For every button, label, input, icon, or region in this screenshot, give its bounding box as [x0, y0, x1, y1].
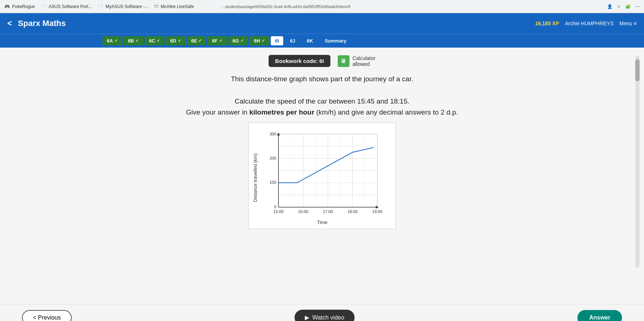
graph-svg: 0 100 200 300 15:00 16:00 17:00 18:00 19… — [260, 130, 385, 218]
tab-summary[interactable]: Summary — [319, 36, 351, 45]
browser-tab-myasus[interactable]: 📄 MyASUS Software -... — [98, 4, 148, 9]
scrollbar[interactable] — [635, 56, 640, 268]
svg-text:15:00: 15:00 — [273, 209, 284, 214]
menu-icon: ≡ — [634, 20, 637, 26]
y-axis-label: Distance travelled (km) — [252, 153, 258, 202]
url-bar: ...student/package/b556af32-3ca4-4cfb-a4… — [222, 4, 351, 9]
tab-6c[interactable]: 6C ✓ — [145, 36, 164, 45]
watch-video-button[interactable]: ▶ Watch video — [295, 310, 354, 321]
svg-text:18:00: 18:00 — [347, 209, 357, 214]
svg-text:16:00: 16:00 — [298, 209, 308, 214]
graph-container: Distance travelled (km) — [248, 123, 396, 229]
header-right: 16,185 XP Archie HUMPHREYS Menu ≡ — [535, 20, 637, 26]
svg-text:100: 100 — [269, 180, 276, 184]
svg-text:0: 0 — [274, 205, 276, 209]
star-icon[interactable]: ☆ — [617, 4, 621, 9]
tab-6i[interactable]: 6I — [271, 36, 284, 45]
user-name: Archie HUMPHREYS — [565, 20, 614, 26]
bookwork-code: Bookwork code: 6I — [269, 55, 330, 67]
answer-button[interactable]: Answer — [577, 310, 622, 321]
menu-button[interactable]: Menu ≡ — [619, 20, 637, 26]
calculator-allowed: 🖩 Calculator allowed — [338, 55, 375, 67]
tab-6h[interactable]: 6H ✓ — [250, 36, 269, 45]
video-icon: ▶ — [305, 314, 309, 321]
browser-bar: 🎮 PokeRogue 📄 ASUS Software Port... 📄 My… — [0, 0, 644, 13]
browser-icons: 👤 ☆ 🧩 ⋯ — [607, 4, 640, 9]
graph-inner: 0 100 200 300 15:00 16:00 17:00 18:00 19… — [260, 130, 385, 225]
previous-button[interactable]: < Previous — [22, 310, 72, 321]
tab-6b[interactable]: 6B ✓ — [124, 36, 143, 45]
app-title: Sparx Maths — [18, 19, 66, 28]
tab-6a[interactable]: 6A ✓ — [102, 36, 122, 45]
extensions-icon[interactable]: 🧩 — [625, 4, 631, 9]
nav-tabs: 6A ✓ 6B ✓ 6C ✓ 6D ✓ 6E ✓ 6F ✓ 6G ✓ 6H ✓ … — [0, 34, 644, 48]
svg-text:300: 300 — [269, 132, 276, 136]
calculator-sub: allowed — [352, 61, 375, 67]
tab-6j[interactable]: 6J — [285, 36, 300, 45]
app-header: < Sparx Maths 16,185 XP Archie HUMPHREYS… — [0, 13, 644, 34]
x-axis-label: Time — [317, 220, 327, 225]
scrollbar-thumb[interactable] — [635, 59, 640, 81]
svg-text:17:00: 17:00 — [323, 209, 333, 214]
tab-6e[interactable]: 6E ✓ — [187, 36, 206, 45]
tab-6f[interactable]: 6F ✓ — [207, 36, 226, 45]
more-icon[interactable]: ⋯ — [635, 4, 640, 9]
browser-tab-mcafee[interactable]: 🛡 McAfee LiveSafe — [154, 4, 194, 9]
tab-6d[interactable]: 6D ✓ — [166, 36, 186, 45]
browser-tab-pokerogue[interactable]: 🎮 PokeRogue — [4, 4, 35, 9]
question-line1: This distance-time graph shows part of t… — [186, 74, 458, 85]
xp-display: 16,185 XP — [535, 20, 559, 26]
tab-6k[interactable]: 6K — [302, 36, 318, 45]
question-text: This distance-time graph shows part of t… — [186, 74, 458, 118]
back-button[interactable]: < — [7, 19, 12, 28]
calculator-label: Calculator — [352, 55, 375, 61]
bookwork-bar: Bookwork code: 6I 🖩 Calculator allowed — [269, 55, 375, 67]
tab-6g[interactable]: 6G ✓ — [228, 36, 248, 45]
svg-text:19:00: 19:00 — [372, 209, 382, 214]
svg-text:200: 200 — [269, 156, 276, 160]
profile-icon[interactable]: 👤 — [607, 4, 613, 9]
main-content: Bookwork code: 6I 🖩 Calculator allowed T… — [0, 48, 644, 304]
calculator-icon: 🖩 — [338, 55, 349, 67]
question-line2: Calculate the speed of the car between 1… — [186, 96, 458, 107]
browser-tab-asus[interactable]: 📄 ASUS Software Port... — [41, 4, 92, 9]
bottom-bar: < Previous ▶ Watch video Answer — [0, 304, 644, 321]
question-line3: Give your answer in kilometres per hour … — [186, 107, 458, 118]
